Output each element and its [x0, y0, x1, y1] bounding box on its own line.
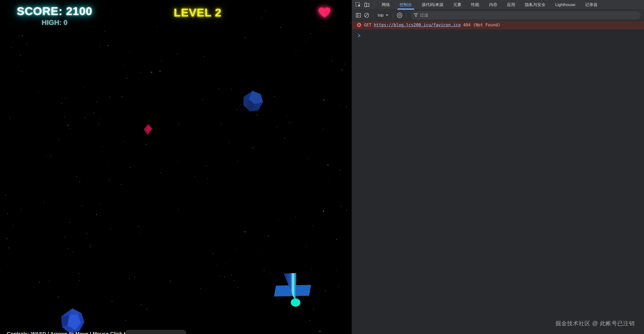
toast-panel [125, 330, 186, 334]
asteroid-sprite [60, 308, 86, 334]
tab-sources[interactable]: 源代码/来源 [417, 0, 448, 10]
score-text: SCORE: 2100 [7, 4, 102, 18]
console-filter[interactable] [411, 11, 640, 19]
divider [393, 12, 393, 18]
watermark-text: 掘金技术社区 @ 此帐号已注销 [556, 320, 635, 327]
tab-performance[interactable]: 性能 [466, 0, 484, 10]
devtools-panel: 网络 控制台 源代码/来源 元素 性能 内存 应用 隐私与安全 Lighthou… [352, 0, 644, 334]
error-method: GET [364, 22, 372, 27]
device-toolbar-icon[interactable] [363, 1, 371, 8]
tab-memory[interactable]: 内存 [484, 0, 502, 10]
clear-console-icon[interactable] [362, 11, 371, 19]
gem-sprite [143, 124, 153, 135]
error-url-link[interactable]: https://blog.lcs200.icu/favicon.ico [374, 22, 461, 27]
tab-recorder[interactable]: 记录器 [580, 0, 602, 10]
context-selector[interactable]: top [376, 11, 390, 19]
devtools-tabbar: 网络 控制台 源代码/来源 元素 性能 内存 应用 隐私与安全 Lighthou… [352, 0, 644, 10]
game-canvas[interactable]: SCORE: 2100 HIGH: 0 LEVEL 2 [0, 0, 352, 334]
score-display: SCORE: 2100 HIGH: 0 [7, 4, 102, 27]
console-messages[interactable]: GET https://blog.lcs200.icu/favicon.ico … [352, 21, 644, 334]
controls-hint: Controls: WASD / Arrows to Move | Mouse … [7, 331, 144, 334]
tab-lighthouse[interactable]: Lighthouse [550, 0, 580, 10]
tab-console[interactable]: 控制台 [395, 0, 417, 10]
divider [373, 12, 374, 18]
filter-input[interactable] [420, 13, 638, 18]
live-expression-eye-icon[interactable] [396, 11, 404, 19]
error-circle-icon [357, 22, 362, 27]
tab-privacy-security[interactable]: 隐私与安全 [520, 0, 550, 10]
filter-funnel-icon [414, 13, 418, 17]
life-heart-icon [318, 7, 331, 19]
level-text: LEVEL 2 [153, 6, 242, 19]
console-error-row: GET https://blog.lcs200.icu/favicon.ico … [352, 21, 644, 29]
console-toolbar: top [352, 10, 644, 21]
context-selector-value: top [378, 13, 384, 18]
tab-elements[interactable]: 元素 [448, 0, 466, 10]
tab-application[interactable]: 应用 [502, 0, 520, 10]
console-prompt[interactable] [352, 31, 644, 40]
inspect-element-icon[interactable] [354, 1, 362, 8]
tab-network[interactable]: 网络 [377, 0, 395, 10]
prompt-chevron-icon [357, 33, 361, 38]
chevron-down-icon [386, 14, 388, 16]
asteroid-sprite [241, 90, 264, 113]
player-ship-sprite [272, 269, 315, 309]
error-status: 404 (Not Found) [463, 22, 500, 27]
divider [406, 12, 406, 18]
console-sidebar-icon[interactable] [354, 11, 362, 19]
high-score-text: HIGH: 0 [7, 19, 102, 27]
